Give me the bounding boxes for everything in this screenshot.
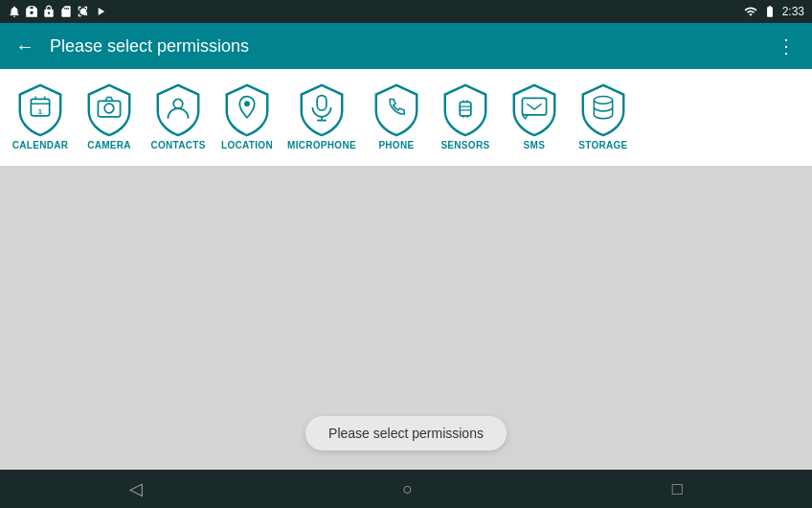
phone-label: PHONE bbox=[378, 140, 414, 150]
app-bar: ← Please select permissions ⋮ bbox=[0, 23, 812, 69]
status-bar-left bbox=[8, 5, 107, 18]
microphone-shield bbox=[296, 84, 348, 136]
permission-camera[interactable]: CAMERA bbox=[77, 81, 142, 154]
sim-icon bbox=[25, 5, 38, 18]
permission-phone[interactable]: PHONE bbox=[364, 81, 429, 154]
location-label: LOCATION bbox=[221, 140, 273, 150]
permission-microphone[interactable]: MICROPHONE bbox=[283, 81, 360, 154]
svg-point-8 bbox=[244, 101, 250, 106]
sensors-shield bbox=[440, 84, 491, 136]
sd-icon bbox=[59, 5, 73, 18]
lock-icon bbox=[42, 5, 56, 18]
wifi-icon bbox=[744, 5, 757, 18]
nav-bar: ◁ ○ □ bbox=[0, 470, 812, 508]
storage-label: STORAGE bbox=[578, 140, 627, 150]
contacts-shield bbox=[152, 84, 204, 136]
back-button[interactable]: ← bbox=[15, 35, 34, 58]
toast-text: Please select permissions bbox=[328, 426, 484, 441]
status-bar: 2:33 bbox=[0, 0, 812, 23]
permission-calendar[interactable]: 1 CALENDAR bbox=[8, 81, 73, 154]
calendar-label: CALENDAR bbox=[12, 140, 69, 150]
permission-location[interactable]: LOCATION bbox=[214, 81, 280, 154]
app-icon bbox=[77, 5, 90, 18]
svg-text:1: 1 bbox=[38, 107, 43, 116]
permission-sms[interactable]: SMS bbox=[502, 81, 567, 154]
notification-icon bbox=[8, 5, 21, 18]
phone-shield bbox=[371, 84, 422, 136]
nav-recents-button[interactable]: □ bbox=[672, 479, 683, 499]
content-area: Please select permissions bbox=[0, 166, 812, 508]
permission-contacts[interactable]: CONTACTS bbox=[146, 81, 211, 154]
permission-storage[interactable]: STORAGE bbox=[571, 81, 636, 154]
time-display: 2:33 bbox=[782, 5, 804, 18]
permission-sensors[interactable]: SENSORS bbox=[433, 81, 498, 154]
battery-icon bbox=[763, 5, 777, 18]
toast-message: Please select permissions bbox=[305, 416, 507, 450]
location-shield bbox=[221, 84, 273, 136]
storage-shield bbox=[577, 84, 629, 136]
more-options-button[interactable]: ⋮ bbox=[777, 35, 797, 58]
calendar-shield: 1 bbox=[14, 84, 66, 136]
microphone-label: MICROPHONE bbox=[287, 140, 356, 150]
camera-label: CAMERA bbox=[87, 140, 131, 150]
play-icon bbox=[94, 5, 107, 18]
app-bar-title: Please select permissions bbox=[50, 36, 761, 57]
sms-shield bbox=[508, 84, 560, 136]
permissions-row: 1 CALENDAR CAMERA bbox=[0, 69, 812, 166]
status-bar-right: 2:33 bbox=[744, 5, 804, 18]
sensors-label: SENSORS bbox=[440, 140, 489, 150]
camera-shield bbox=[83, 84, 135, 136]
app-layout: 2:33 ← Please select permissions ⋮ 1 CAL… bbox=[0, 0, 812, 508]
nav-home-button[interactable]: ○ bbox=[402, 479, 413, 499]
nav-back-button[interactable]: ◁ bbox=[129, 478, 143, 499]
sms-label: SMS bbox=[524, 140, 546, 150]
contacts-label: CONTACTS bbox=[150, 140, 205, 150]
